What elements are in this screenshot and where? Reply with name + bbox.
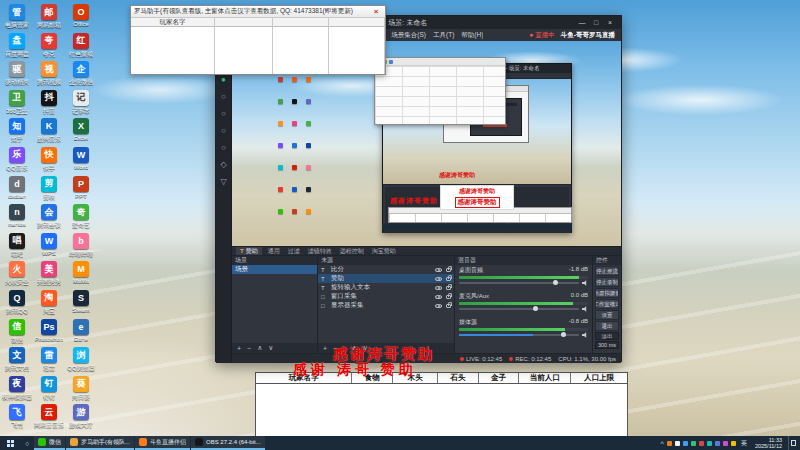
tray-app-icon[interactable] bbox=[723, 441, 728, 446]
scenes-toolbar-icon[interactable]: ∧ bbox=[257, 344, 262, 352]
desktop-icon[interactable]: 葵 向日葵 bbox=[66, 376, 96, 405]
visibility-eye-icon[interactable] bbox=[435, 304, 442, 308]
desktop-icon[interactable]: n nagios bbox=[2, 204, 32, 233]
desktop-icon[interactable]: 抖 抖音 bbox=[34, 90, 64, 119]
scenes-toolbar-icon[interactable]: + bbox=[237, 345, 241, 352]
source-row[interactable]: T 赞助 bbox=[318, 274, 454, 283]
menu-item[interactable]: 工具(T) bbox=[433, 31, 454, 40]
desktop-icon[interactable]: 快 快手 bbox=[34, 147, 64, 176]
visibility-eye-icon[interactable] bbox=[435, 268, 442, 272]
side-tool-icon[interactable]: ○ bbox=[221, 93, 226, 101]
helper-title-bar[interactable]: 罗马助手(有领队查看版, 主窗体点击汉字查看数据, QQ: 41473381(即… bbox=[131, 6, 385, 18]
desktop-icon[interactable]: W Word bbox=[66, 147, 96, 176]
window-button[interactable]: × bbox=[603, 19, 617, 26]
desktop-icon[interactable]: 视 腾讯视频 bbox=[34, 61, 64, 90]
desktop-icon[interactable]: 美 美图秀秀 bbox=[34, 261, 64, 290]
speaker-icon[interactable] bbox=[582, 306, 588, 312]
desktop-icon[interactable]: 卫 360卫士 bbox=[2, 90, 32, 119]
desktop-icon[interactable]: 会 腾讯会议 bbox=[34, 204, 64, 233]
desktop-icon[interactable]: 雷 迅雷 bbox=[34, 347, 64, 376]
desktop-icon[interactable]: X Excel bbox=[66, 118, 96, 147]
desktop-icon[interactable]: 火 火绒安全 bbox=[2, 261, 32, 290]
desktop-icon[interactable]: 游 游戏大厅 bbox=[66, 404, 96, 433]
scenes-toolbar-icon[interactable]: − bbox=[247, 345, 251, 352]
transition-duration[interactable]: 300 ms bbox=[595, 341, 619, 349]
desktop-icon[interactable]: 唱 唱吧 bbox=[2, 233, 32, 262]
desktop-icon[interactable]: 浏 QQ浏览器 bbox=[66, 347, 96, 376]
source-row[interactable]: T 旋转输入文本 bbox=[318, 283, 454, 292]
side-tool-icon[interactable]: ▽ bbox=[220, 178, 226, 186]
desktop-icon[interactable]: b 哔哩哔哩 bbox=[66, 233, 96, 262]
desktop-icon[interactable]: 夜 夜神模拟器 bbox=[2, 376, 32, 405]
desktop-icon[interactable]: 驱 驱动精灵 bbox=[2, 61, 32, 90]
tray-app-icon[interactable] bbox=[731, 441, 736, 446]
desktop-icon[interactable]: 企 企业微信 bbox=[66, 61, 96, 90]
control-button[interactable]: 退出 bbox=[595, 321, 619, 331]
desktop-icon[interactable]: 淘 淘宝 bbox=[34, 290, 64, 319]
source-row[interactable]: T 比分 bbox=[318, 265, 454, 274]
tray-app-icon[interactable] bbox=[707, 441, 712, 446]
desktop-icon[interactable]: 管 电脑管家 bbox=[2, 4, 32, 33]
taskbar-app-button[interactable]: 斗鱼直播伴侣 bbox=[135, 436, 190, 450]
source-row[interactable]: □ 窗口采集 bbox=[318, 292, 454, 301]
desktop-icon[interactable]: 邮 网易邮箱 bbox=[34, 4, 64, 33]
lock-icon[interactable] bbox=[446, 295, 451, 299]
desktop-icon[interactable]: e Edge bbox=[66, 319, 96, 348]
desktop-icon[interactable]: Ps Photoshop bbox=[34, 319, 64, 348]
desktop-icon[interactable]: W WPS bbox=[34, 233, 64, 262]
lock-icon[interactable] bbox=[446, 277, 451, 281]
menu-item[interactable]: 场景集合(S) bbox=[391, 31, 426, 40]
volume-slider-track[interactable] bbox=[459, 308, 579, 310]
desktop-icon[interactable]: S Steam bbox=[66, 290, 96, 319]
control-button[interactable]: 工作室模式 bbox=[595, 299, 619, 309]
volume-slider-knob[interactable] bbox=[561, 332, 566, 337]
desktop-icon[interactable]: 文 腾讯文档 bbox=[2, 347, 32, 376]
taskbar-app-button[interactable]: 罗马助手(有领队... bbox=[66, 436, 134, 450]
desktop-icon[interactable]: M MuMu bbox=[66, 261, 96, 290]
control-button[interactable]: 设置 bbox=[595, 310, 619, 320]
start-button[interactable] bbox=[0, 436, 20, 450]
search-icon[interactable]: ○ bbox=[20, 440, 34, 447]
volume-slider-knob[interactable] bbox=[533, 306, 538, 311]
desktop-icon[interactable]: 剪 剪映 bbox=[34, 176, 64, 205]
source-row[interactable]: □ 显示器采集 bbox=[318, 301, 454, 310]
visibility-eye-icon[interactable] bbox=[435, 295, 442, 299]
desktop-icon[interactable]: 盘 百度网盘 bbox=[2, 33, 32, 62]
desktop-icon[interactable]: O Office bbox=[66, 4, 96, 33]
ime-indicator[interactable]: 英 bbox=[739, 439, 749, 448]
desktop-icon[interactable]: 夸 夸克 bbox=[34, 33, 64, 62]
desktop-icon[interactable]: 云 网易云音乐 bbox=[34, 404, 64, 433]
volume-slider-track[interactable] bbox=[459, 334, 579, 336]
taskbar-clock[interactable]: 11:33 2025/11/12 bbox=[752, 437, 785, 449]
control-button[interactable]: 停止录制 bbox=[595, 277, 619, 287]
desktop-icon[interactable]: K 酷狗音乐 bbox=[34, 118, 64, 147]
tray-app-icon[interactable] bbox=[683, 441, 688, 446]
lock-icon[interactable] bbox=[446, 268, 451, 272]
desktop-icon[interactable]: 红 红色警戒 bbox=[66, 33, 96, 62]
desktop-icon[interactable]: Q 腾讯QQ bbox=[2, 290, 32, 319]
lock-icon[interactable] bbox=[446, 304, 451, 308]
side-tool-icon[interactable]: ○ bbox=[221, 110, 226, 118]
desktop-icon[interactable]: 乐 QQ音乐 bbox=[2, 147, 32, 176]
transition-select[interactable]: 淡出 bbox=[595, 332, 619, 340]
side-tool-icon[interactable]: ◇ bbox=[220, 161, 226, 169]
tray-app-icon[interactable] bbox=[675, 441, 680, 446]
lock-icon[interactable] bbox=[446, 286, 451, 290]
notification-icon[interactable] bbox=[788, 436, 798, 450]
visibility-eye-icon[interactable] bbox=[435, 277, 442, 281]
visibility-eye-icon[interactable] bbox=[435, 286, 442, 290]
taskbar-pinned-button[interactable]: 微信 bbox=[34, 436, 65, 450]
speaker-icon[interactable] bbox=[582, 280, 588, 286]
tray-app-icon[interactable] bbox=[667, 441, 672, 446]
volume-slider-knob[interactable] bbox=[553, 280, 558, 285]
scene-item[interactable]: 场景 bbox=[232, 265, 317, 274]
tray-app-icon[interactable] bbox=[691, 441, 696, 446]
taskbar-app-button[interactable]: OBS 27.2.4 (64-bit... bbox=[191, 436, 265, 450]
desktop-icon[interactable]: 飞 飞书 bbox=[2, 404, 32, 433]
close-icon[interactable]: × bbox=[370, 7, 382, 16]
tray-app-icon[interactable] bbox=[699, 441, 704, 446]
side-tool-icon[interactable]: ○ bbox=[221, 127, 226, 135]
window-button[interactable]: — bbox=[575, 19, 589, 26]
desktop-icon[interactable]: 信 微信 bbox=[2, 319, 32, 348]
control-button[interactable]: 启动虚拟摄像机 bbox=[595, 288, 619, 298]
